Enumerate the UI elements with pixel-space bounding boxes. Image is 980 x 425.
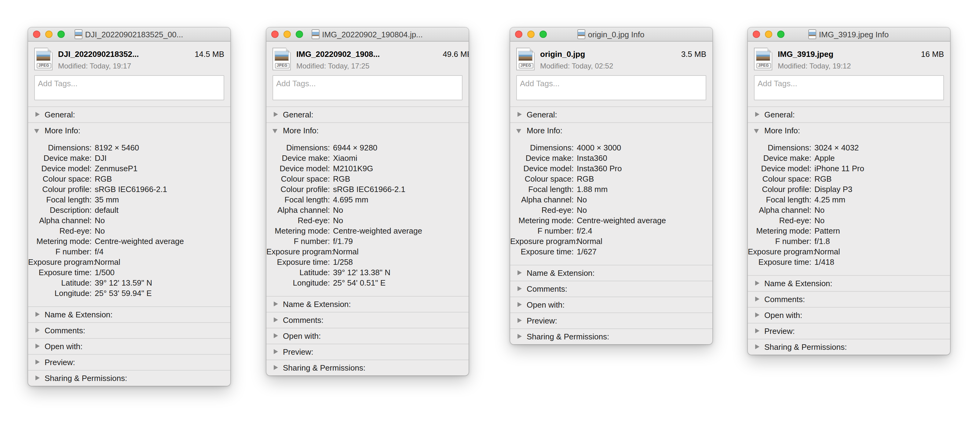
disclosure-triangle-icon[interactable] (516, 334, 522, 339)
disclosure-triangle-icon[interactable] (34, 112, 40, 117)
disclosure-triangle-icon[interactable] (34, 359, 40, 365)
disclosure-triangle-icon[interactable] (754, 297, 759, 302)
section-comments[interactable]: Comments: (748, 292, 950, 308)
window-titlebar[interactable]: IMG_20220902_190804.jp... (266, 27, 469, 42)
disclosure-triangle-expanded-icon[interactable] (516, 128, 522, 133)
section-open-with[interactable]: Open with: (510, 297, 713, 313)
window-titlebar[interactable]: DJI_20220902183525_00... (28, 27, 230, 42)
section-sharing-permissions[interactable]: Sharing & Permissions: (510, 329, 713, 344)
section-general[interactable]: General: (510, 107, 713, 123)
photo-thumbnail (37, 51, 50, 61)
disclosure-triangle-icon[interactable] (754, 328, 759, 334)
minimize-button[interactable] (283, 30, 291, 38)
section-sharing-permissions[interactable]: Sharing & Permissions: (28, 371, 230, 386)
disclosure-triangle-icon[interactable] (516, 286, 522, 292)
disclosure-triangle-icon[interactable] (34, 344, 40, 349)
metadata-row: Dimensions:3024 × 4032 (748, 142, 950, 153)
section-comments[interactable]: Comments: (266, 313, 469, 328)
metadata-row: Longitude:25° 54' 0.51" E (266, 278, 469, 288)
add-tags-input[interactable]: Add Tags... (34, 75, 224, 100)
section-name-extension[interactable]: Name & Extension: (748, 276, 950, 292)
section-open-with[interactable]: Open with: (266, 328, 469, 344)
disclosure-triangle-icon[interactable] (272, 302, 278, 307)
close-button[interactable] (753, 30, 760, 38)
metadata-value: No (577, 195, 709, 205)
section-sharing-permissions[interactable]: Sharing & Permissions: (748, 339, 950, 355)
disclosure-triangle-icon[interactable] (272, 333, 278, 339)
disclosure-triangle-icon[interactable] (272, 112, 278, 117)
disclosure-triangle-icon[interactable] (754, 313, 759, 318)
metadata-row: Device make:DJI (28, 153, 230, 163)
section-preview[interactable]: Preview: (28, 355, 230, 371)
section-comments[interactable]: Comments: (510, 281, 713, 297)
close-button[interactable] (33, 30, 40, 38)
disclosure-triangle-icon[interactable] (34, 312, 40, 317)
section-open-with[interactable]: Open with: (748, 308, 950, 323)
disclosure-triangle-expanded-icon[interactable] (754, 128, 759, 133)
minimize-button[interactable] (527, 30, 535, 38)
traffic-lights (515, 27, 547, 41)
section-more-info[interactable]: More Info: Dimensions:8192 × 5460Device … (28, 123, 230, 307)
disclosure-triangle-icon[interactable] (34, 328, 40, 333)
section-general[interactable]: General: (266, 107, 469, 123)
section-name-extension[interactable]: Name & Extension: (266, 297, 469, 313)
metadata-value: sRGB IEC61966-2.1 (95, 184, 227, 195)
section-more-info[interactable]: More Info: Dimensions:3024 × 4032Device … (748, 123, 950, 276)
disclosure-triangle-icon[interactable] (272, 365, 278, 371)
metadata-key: Exposure program: (28, 257, 92, 267)
section-general[interactable]: General: (748, 107, 950, 123)
section-name-extension[interactable]: Name & Extension: (28, 307, 230, 323)
section-name-extension[interactable]: Name & Extension: (510, 265, 713, 281)
fullscreen-button[interactable] (539, 30, 547, 38)
section-preview[interactable]: Preview: (748, 323, 950, 339)
section-more-info[interactable]: More Info: Dimensions:6944 × 9280Device … (266, 123, 469, 297)
fullscreen-button[interactable] (57, 30, 65, 38)
disclosure-triangle-icon[interactable] (516, 270, 522, 276)
section-open-with[interactable]: Open with: (28, 339, 230, 355)
section-preview[interactable]: Preview: (510, 313, 713, 329)
fullscreen-button[interactable] (296, 30, 303, 38)
close-button[interactable] (271, 30, 278, 38)
add-tags-input[interactable]: Add Tags... (754, 75, 944, 100)
metadata-row: Latitude:39° 12' 13.59" N (28, 278, 230, 288)
section-more-info[interactable]: More Info: Dimensions:4000 × 3000Device … (510, 123, 713, 265)
section-label: Comments: (283, 316, 323, 325)
add-tags-input[interactable]: Add Tags... (516, 75, 706, 100)
section-label: Name & Extension: (764, 279, 832, 288)
disclosure-triangle-icon[interactable] (516, 318, 522, 323)
disclosure-triangle-icon[interactable] (516, 112, 522, 117)
metadata-row: Dimensions:8192 × 5460 (28, 142, 230, 153)
disclosure-triangle-icon[interactable] (754, 344, 759, 350)
metadata-row: Device make:Insta360 (510, 153, 713, 163)
add-tags-input[interactable]: Add Tags... (272, 75, 463, 100)
section-sharing-permissions[interactable]: Sharing & Permissions: (266, 360, 469, 375)
disclosure-triangle-icon[interactable] (754, 281, 759, 286)
info-sections: General: More Info: Dimensions:6944 × 92… (266, 106, 469, 375)
metadata-row: Colour space:RGB (266, 174, 469, 184)
section-general[interactable]: General: (28, 107, 230, 123)
disclosure-triangle-icon[interactable] (272, 317, 278, 323)
section-preview[interactable]: Preview: (266, 344, 469, 360)
disclosure-triangle-icon[interactable] (754, 112, 759, 117)
disclosure-triangle-icon[interactable] (516, 302, 522, 308)
window-titlebar[interactable]: origin_0.jpg Info (510, 27, 713, 42)
disclosure-triangle-expanded-icon[interactable] (272, 128, 278, 133)
metadata-key: Red-eye: (510, 205, 574, 215)
metadata-key: F number: (510, 226, 574, 236)
section-comments[interactable]: Comments: (28, 323, 230, 339)
fullscreen-button[interactable] (777, 30, 784, 38)
disclosure-triangle-icon[interactable] (34, 375, 40, 381)
close-button[interactable] (515, 30, 522, 38)
tags-placeholder: Add Tags... (757, 79, 797, 88)
disclosure-triangle-icon[interactable] (272, 349, 278, 355)
document-proxy-icon (578, 30, 585, 38)
section-label: Open with: (764, 311, 802, 320)
modified-date: Modified: Today, 19:12 (778, 62, 944, 70)
minimize-button[interactable] (45, 30, 52, 38)
disclosure-triangle-expanded-icon[interactable] (34, 128, 40, 133)
metadata-key: Alpha channel: (28, 215, 92, 226)
metadata-key: Red-eye: (28, 226, 92, 236)
window-titlebar[interactable]: IMG_3919.jpeg Info (748, 27, 950, 42)
section-label: Name & Extension: (283, 300, 351, 309)
minimize-button[interactable] (765, 30, 772, 38)
